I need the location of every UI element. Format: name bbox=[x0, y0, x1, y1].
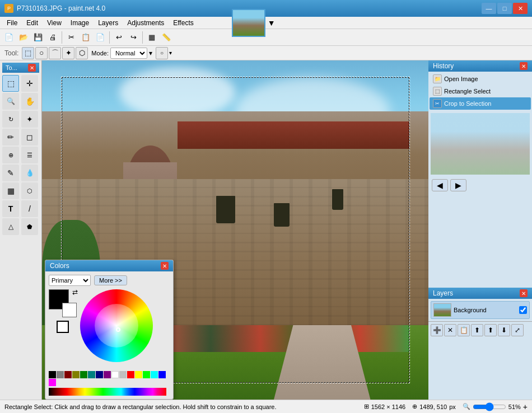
colors-close-btn[interactable]: ✕ bbox=[161, 262, 169, 270]
menu-edit[interactable]: Edit bbox=[22, 18, 43, 28]
tb-print[interactable]: 🖨 bbox=[46, 31, 59, 44]
merge-layer-btn[interactable]: ⬆ bbox=[471, 324, 483, 336]
selection-rectangle-btn[interactable]: ⬚ bbox=[22, 47, 34, 59]
layers-close-btn[interactable]: ✕ bbox=[520, 289, 528, 297]
secondary-color-swatch[interactable] bbox=[62, 303, 77, 317]
tool-freeform[interactable]: ⬟ bbox=[21, 218, 38, 235]
menu-view[interactable]: View bbox=[43, 18, 66, 28]
tool-pencil[interactable]: ✎ bbox=[2, 165, 19, 181]
palette-swatch[interactable] bbox=[64, 371, 72, 378]
status-message: Rectangle Select: Click and drag to draw… bbox=[4, 403, 357, 410]
tb-paste[interactable]: 📄 bbox=[94, 31, 107, 44]
history-item-2[interactable]: ✂ Crop to Selection bbox=[430, 97, 531, 110]
tool-eraser[interactable]: ◻ bbox=[21, 129, 38, 146]
palette-swatch[interactable] bbox=[135, 371, 142, 378]
tool-line[interactable]: / bbox=[21, 200, 38, 217]
tools-panel-close[interactable]: ✕ bbox=[28, 64, 36, 72]
tb-new[interactable]: 📄 bbox=[2, 31, 16, 44]
selection-freeform-btn[interactable]: ⬡ bbox=[76, 47, 88, 59]
tool-recolor[interactable]: ☰ bbox=[21, 147, 38, 163]
tool-rotate[interactable]: ↻ bbox=[2, 111, 19, 128]
hue-slider[interactable] bbox=[49, 388, 166, 396]
redo-btn[interactable]: ▶ bbox=[450, 179, 466, 191]
tool-gradient[interactable]: ▦ bbox=[2, 182, 19, 199]
menu-effects[interactable]: Effects bbox=[169, 18, 198, 28]
reset-colors-icon[interactable] bbox=[57, 321, 69, 333]
palette-swatch[interactable] bbox=[111, 371, 119, 378]
color-wheel[interactable] bbox=[80, 289, 153, 362]
tool-rectangle-select[interactable]: ⬚ bbox=[2, 75, 19, 92]
maximize-button[interactable]: □ bbox=[497, 3, 512, 14]
palette-swatch[interactable] bbox=[104, 371, 111, 378]
layer-properties-btn[interactable]: ⤢ bbox=[511, 324, 524, 336]
history-label-0: Open Image bbox=[444, 76, 478, 82]
antialias-btn[interactable]: ○ bbox=[156, 47, 168, 59]
image-thumbnail bbox=[232, 9, 265, 37]
tool-color-picker[interactable]: 💧 bbox=[21, 165, 38, 181]
palette-swatch[interactable] bbox=[88, 371, 95, 378]
status-zoom: 🔍 51% + bbox=[463, 402, 528, 411]
palette-swatch[interactable] bbox=[80, 371, 87, 378]
tool-paintbrush[interactable]: ✏ bbox=[2, 129, 19, 146]
menu-layers[interactable]: Layers bbox=[94, 18, 123, 28]
tb-cut[interactable]: ✂ bbox=[64, 31, 78, 44]
palette-swatch[interactable] bbox=[72, 371, 80, 378]
thumbnail-arrow[interactable]: ▼ bbox=[268, 18, 276, 27]
tool-zoom[interactable]: 🔍 bbox=[2, 93, 19, 110]
palette-swatch[interactable] bbox=[143, 371, 150, 378]
tool-paint-bucket[interactable]: ⬡ bbox=[21, 182, 38, 199]
palette-swatch[interactable] bbox=[49, 379, 56, 386]
zoom-slider[interactable] bbox=[473, 402, 506, 411]
add-layer-btn[interactable]: ➕ bbox=[431, 324, 443, 336]
palette-swatch[interactable] bbox=[49, 371, 56, 378]
close-button[interactable]: ✕ bbox=[513, 3, 528, 14]
tool-pan[interactable]: ✋ bbox=[21, 93, 38, 110]
selection-magic-btn[interactable]: ✦ bbox=[62, 47, 74, 59]
layer-item-0[interactable]: Background bbox=[431, 301, 530, 319]
zoom-out-btn[interactable]: 🔍 bbox=[463, 403, 470, 410]
menu-file[interactable]: File bbox=[2, 18, 22, 28]
selection-mode-select[interactable]: Normal bbox=[110, 48, 147, 59]
tb-redo[interactable]: ↪ bbox=[127, 31, 140, 44]
history-close-btn[interactable]: ✕ bbox=[520, 62, 528, 70]
palette-swatch[interactable] bbox=[151, 371, 158, 378]
selection-ellipse-btn[interactable]: ○ bbox=[35, 47, 48, 59]
tb-save[interactable]: 💾 bbox=[31, 31, 45, 44]
tool-text[interactable]: T bbox=[2, 200, 19, 217]
palette-swatch[interactable] bbox=[96, 371, 103, 378]
duplicate-layer-btn[interactable]: 📋 bbox=[458, 324, 470, 336]
history-item-1[interactable]: ⬚ Rectangle Select bbox=[430, 85, 531, 97]
swap-colors-icon[interactable]: ⇄ bbox=[72, 288, 78, 296]
history-panel-header: History ✕ bbox=[428, 60, 532, 72]
antialias-arrow[interactable]: ▾ bbox=[169, 50, 172, 56]
color-wheel-container[interactable] bbox=[80, 289, 158, 368]
layer-down-btn[interactable]: ⬇ bbox=[498, 324, 510, 336]
tool-magic-wand[interactable]: ✦ bbox=[21, 111, 38, 128]
palette-swatch[interactable] bbox=[158, 371, 166, 378]
layer-visibility-0[interactable] bbox=[519, 306, 527, 314]
menu-image[interactable]: Image bbox=[66, 18, 94, 28]
tb-copy[interactable]: 📋 bbox=[79, 31, 92, 44]
tool-clone-stamp[interactable]: ⊕ bbox=[2, 147, 19, 163]
tool-shapes[interactable]: △ bbox=[2, 218, 19, 235]
more-colors-btn[interactable]: More >> bbox=[94, 275, 127, 285]
selection-lasso-btn[interactable]: ⌒ bbox=[49, 47, 61, 59]
tb-ruler[interactable]: 📏 bbox=[160, 31, 173, 44]
tb-grid[interactable]: ▦ bbox=[145, 31, 158, 44]
palette-swatch[interactable] bbox=[119, 371, 127, 378]
zoom-in-btn[interactable]: + bbox=[523, 402, 528, 411]
delete-layer-btn[interactable]: ✕ bbox=[444, 324, 456, 336]
tb-open[interactable]: 📂 bbox=[17, 31, 30, 44]
color-mode-select[interactable]: Primary Secondary bbox=[49, 275, 91, 286]
palette-swatch[interactable] bbox=[127, 371, 134, 378]
tb-undo[interactable]: ↩ bbox=[112, 31, 125, 44]
minimize-button[interactable]: — bbox=[482, 3, 496, 14]
layer-up-btn[interactable]: ⬆ bbox=[484, 324, 497, 336]
color-swatch-stack: ⇄ bbox=[49, 289, 77, 317]
menu-adjustments[interactable]: Adjustments bbox=[123, 18, 169, 28]
palette-swatch[interactable] bbox=[57, 371, 64, 378]
canvas-dimensions: 1562 × 1146 bbox=[371, 403, 405, 410]
history-item-0[interactable]: 📁 Open Image bbox=[430, 73, 531, 85]
tool-move[interactable]: ✛ bbox=[21, 75, 38, 92]
undo-btn[interactable]: ◀ bbox=[432, 179, 448, 191]
